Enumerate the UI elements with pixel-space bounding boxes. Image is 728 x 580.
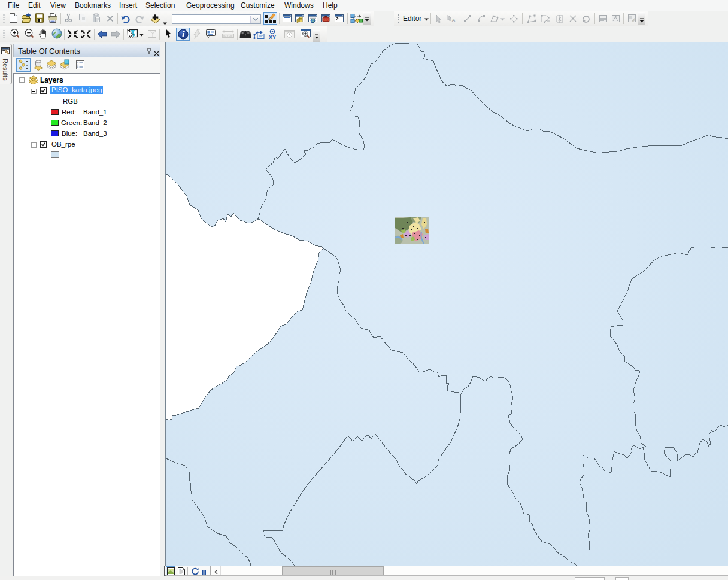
svg-text:A: A xyxy=(451,17,456,23)
svg-text:XY: XY xyxy=(269,34,276,40)
